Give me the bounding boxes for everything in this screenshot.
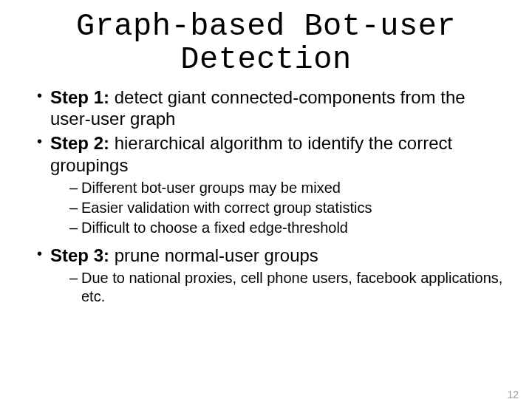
slide: Graph-based Bot-user Detection Step 1: d… xyxy=(0,10,532,399)
bullet-step-1: Step 1: detect giant connected-component… xyxy=(37,86,510,130)
bullet-label: Step 3: xyxy=(50,245,109,265)
sub-bullet-list: Different bot-user groups may be mixed E… xyxy=(50,179,510,237)
bullet-step-2: Step 2: hierarchical algorithm to identi… xyxy=(37,132,510,237)
sub-bullet: Difficult to choose a fixed edge-thresho… xyxy=(69,219,510,237)
bullet-text: prune normal-user groups xyxy=(109,245,318,265)
sub-bullet: Different bot-user groups may be mixed xyxy=(69,179,510,197)
sub-bullet: Due to national proxies, cell phone user… xyxy=(69,269,510,306)
bullet-step-3: Step 3: prune normal-user groups Due to … xyxy=(37,245,510,306)
slide-title: Graph-based Bot-user Detection xyxy=(0,10,532,78)
slide-body: Step 1: detect giant connected-component… xyxy=(0,86,532,306)
sub-bullet: Easier validation with correct group sta… xyxy=(69,199,510,217)
bullet-text: hierarchical algorithm to identify the c… xyxy=(50,133,452,174)
bullet-text: detect giant connected-components from t… xyxy=(50,87,466,129)
bullet-label: Step 2: xyxy=(50,133,109,153)
page-number: 12 xyxy=(507,389,519,399)
bullet-list: Step 1: detect giant connected-component… xyxy=(22,86,510,306)
bullet-label: Step 1: xyxy=(50,87,109,107)
sub-bullet-list: Due to national proxies, cell phone user… xyxy=(50,269,510,306)
